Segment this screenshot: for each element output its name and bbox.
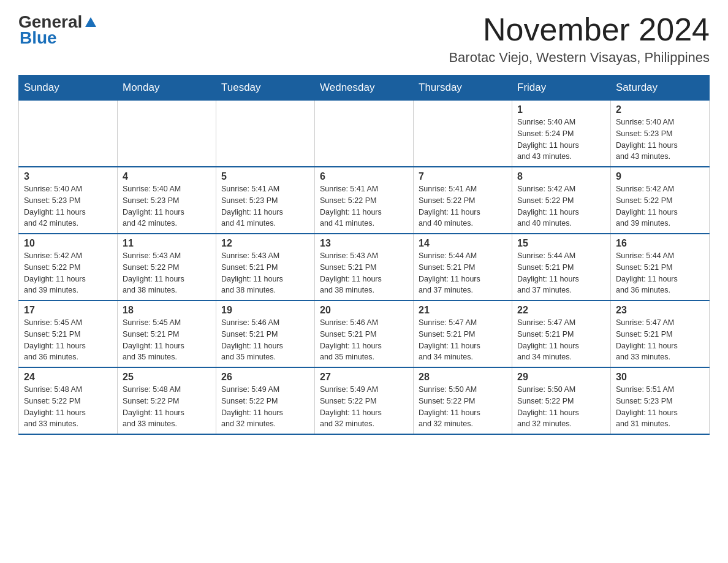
calendar-cell: 16Sunrise: 5:44 AMSunset: 5:21 PMDayligh… bbox=[611, 234, 710, 301]
day-info: Sunrise: 5:48 AMSunset: 5:22 PMDaylight:… bbox=[123, 384, 211, 430]
day-number: 24 bbox=[24, 372, 112, 383]
calendar-cell: 5Sunrise: 5:41 AMSunset: 5:23 PMDaylight… bbox=[216, 167, 315, 234]
day-info: Sunrise: 5:41 AMSunset: 5:22 PMDaylight:… bbox=[320, 183, 408, 229]
day-info: Sunrise: 5:49 AMSunset: 5:22 PMDaylight:… bbox=[320, 384, 408, 430]
day-info: Sunrise: 5:40 AMSunset: 5:23 PMDaylight:… bbox=[24, 183, 112, 229]
day-number: 25 bbox=[123, 372, 211, 383]
day-number: 27 bbox=[320, 372, 408, 383]
day-info: Sunrise: 5:44 AMSunset: 5:21 PMDaylight:… bbox=[616, 250, 704, 296]
calendar-cell: 13Sunrise: 5:43 AMSunset: 5:21 PMDayligh… bbox=[315, 234, 414, 301]
calendar-header: Sunday Monday Tuesday Wednesday Thursday… bbox=[19, 75, 710, 101]
day-info: Sunrise: 5:40 AMSunset: 5:24 PMDaylight:… bbox=[517, 117, 605, 163]
calendar-cell: 6Sunrise: 5:41 AMSunset: 5:22 PMDaylight… bbox=[315, 167, 414, 234]
day-number: 28 bbox=[419, 372, 507, 383]
calendar-cell: 9Sunrise: 5:42 AMSunset: 5:22 PMDaylight… bbox=[611, 167, 710, 234]
calendar-cell: 26Sunrise: 5:49 AMSunset: 5:22 PMDayligh… bbox=[216, 367, 315, 434]
calendar-week-4: 17Sunrise: 5:45 AMSunset: 5:21 PMDayligh… bbox=[19, 301, 710, 367]
day-info: Sunrise: 5:41 AMSunset: 5:23 PMDaylight:… bbox=[221, 183, 309, 229]
day-info: Sunrise: 5:50 AMSunset: 5:22 PMDaylight:… bbox=[419, 384, 507, 430]
header-wednesday: Wednesday bbox=[315, 75, 414, 101]
day-number: 29 bbox=[517, 372, 605, 383]
svg-marker-0 bbox=[85, 17, 96, 27]
day-info: Sunrise: 5:46 AMSunset: 5:21 PMDaylight:… bbox=[320, 317, 408, 363]
calendar-cell: 15Sunrise: 5:44 AMSunset: 5:21 PMDayligh… bbox=[512, 234, 611, 301]
day-info: Sunrise: 5:43 AMSunset: 5:21 PMDaylight:… bbox=[320, 250, 408, 296]
calendar-cell: 27Sunrise: 5:49 AMSunset: 5:22 PMDayligh… bbox=[315, 367, 414, 434]
day-info: Sunrise: 5:45 AMSunset: 5:21 PMDaylight:… bbox=[123, 317, 211, 363]
day-header-row: Sunday Monday Tuesday Wednesday Thursday… bbox=[19, 75, 710, 101]
day-info: Sunrise: 5:44 AMSunset: 5:21 PMDaylight:… bbox=[419, 250, 507, 296]
calendar-cell: 4Sunrise: 5:40 AMSunset: 5:23 PMDaylight… bbox=[118, 167, 216, 234]
day-info: Sunrise: 5:50 AMSunset: 5:22 PMDaylight:… bbox=[517, 384, 605, 430]
day-info: Sunrise: 5:49 AMSunset: 5:22 PMDaylight:… bbox=[221, 384, 309, 430]
calendar-cell bbox=[414, 101, 512, 167]
day-number: 11 bbox=[123, 238, 211, 249]
main-title: November 2024 bbox=[449, 12, 710, 47]
logo-blue-text: Blue bbox=[20, 28, 97, 48]
day-number: 10 bbox=[24, 238, 112, 249]
calendar-cell: 7Sunrise: 5:41 AMSunset: 5:22 PMDaylight… bbox=[414, 167, 512, 234]
calendar-cell: 14Sunrise: 5:44 AMSunset: 5:21 PMDayligh… bbox=[414, 234, 512, 301]
day-number: 8 bbox=[517, 171, 605, 182]
day-info: Sunrise: 5:42 AMSunset: 5:22 PMDaylight:… bbox=[616, 183, 704, 229]
header-monday: Monday bbox=[118, 75, 216, 101]
calendar-cell: 22Sunrise: 5:47 AMSunset: 5:21 PMDayligh… bbox=[512, 301, 611, 367]
calendar-week-3: 10Sunrise: 5:42 AMSunset: 5:22 PMDayligh… bbox=[19, 234, 710, 301]
calendar-cell: 30Sunrise: 5:51 AMSunset: 5:23 PMDayligh… bbox=[611, 367, 710, 434]
day-number: 1 bbox=[517, 104, 605, 115]
day-info: Sunrise: 5:45 AMSunset: 5:21 PMDaylight:… bbox=[24, 317, 112, 363]
day-number: 21 bbox=[419, 305, 507, 316]
day-info: Sunrise: 5:40 AMSunset: 5:23 PMDaylight:… bbox=[123, 183, 211, 229]
day-number: 4 bbox=[123, 171, 211, 182]
day-number: 30 bbox=[616, 372, 704, 383]
day-number: 6 bbox=[320, 171, 408, 182]
calendar-cell: 28Sunrise: 5:50 AMSunset: 5:22 PMDayligh… bbox=[414, 367, 512, 434]
calendar-table: Sunday Monday Tuesday Wednesday Thursday… bbox=[18, 75, 710, 435]
day-info: Sunrise: 5:43 AMSunset: 5:22 PMDaylight:… bbox=[123, 250, 211, 296]
header-sunday: Sunday bbox=[19, 75, 118, 101]
day-number: 17 bbox=[24, 305, 112, 316]
day-number: 18 bbox=[123, 305, 211, 316]
calendar-week-2: 3Sunrise: 5:40 AMSunset: 5:23 PMDaylight… bbox=[19, 167, 710, 234]
day-number: 16 bbox=[616, 238, 704, 249]
day-number: 7 bbox=[419, 171, 507, 182]
day-number: 22 bbox=[517, 305, 605, 316]
day-info: Sunrise: 5:47 AMSunset: 5:21 PMDaylight:… bbox=[517, 317, 605, 363]
day-info: Sunrise: 5:42 AMSunset: 5:22 PMDaylight:… bbox=[517, 183, 605, 229]
calendar-cell: 18Sunrise: 5:45 AMSunset: 5:21 PMDayligh… bbox=[118, 301, 216, 367]
calendar-cell: 10Sunrise: 5:42 AMSunset: 5:22 PMDayligh… bbox=[19, 234, 118, 301]
day-info: Sunrise: 5:40 AMSunset: 5:23 PMDaylight:… bbox=[616, 117, 704, 163]
calendar-cell: 8Sunrise: 5:42 AMSunset: 5:22 PMDaylight… bbox=[512, 167, 611, 234]
day-info: Sunrise: 5:47 AMSunset: 5:21 PMDaylight:… bbox=[419, 317, 507, 363]
day-info: Sunrise: 5:44 AMSunset: 5:21 PMDaylight:… bbox=[517, 250, 605, 296]
day-number: 3 bbox=[24, 171, 112, 182]
calendar-cell bbox=[315, 101, 414, 167]
calendar-week-5: 24Sunrise: 5:48 AMSunset: 5:22 PMDayligh… bbox=[19, 367, 710, 434]
day-number: 14 bbox=[419, 238, 507, 249]
calendar-cell: 12Sunrise: 5:43 AMSunset: 5:21 PMDayligh… bbox=[216, 234, 315, 301]
calendar-cell: 19Sunrise: 5:46 AMSunset: 5:21 PMDayligh… bbox=[216, 301, 315, 367]
header-thursday: Thursday bbox=[414, 75, 512, 101]
header-saturday: Saturday bbox=[611, 75, 710, 101]
location-subtitle: Barotac Viejo, Western Visayas, Philippi… bbox=[449, 50, 710, 66]
calendar-cell: 2Sunrise: 5:40 AMSunset: 5:23 PMDaylight… bbox=[611, 101, 710, 167]
day-info: Sunrise: 5:47 AMSunset: 5:21 PMDaylight:… bbox=[616, 317, 704, 363]
calendar-cell: 24Sunrise: 5:48 AMSunset: 5:22 PMDayligh… bbox=[19, 367, 118, 434]
calendar-cell: 29Sunrise: 5:50 AMSunset: 5:22 PMDayligh… bbox=[512, 367, 611, 434]
calendar-cell: 17Sunrise: 5:45 AMSunset: 5:21 PMDayligh… bbox=[19, 301, 118, 367]
logo: General Blue bbox=[18, 12, 97, 48]
calendar-cell: 1Sunrise: 5:40 AMSunset: 5:24 PMDaylight… bbox=[512, 101, 611, 167]
day-info: Sunrise: 5:42 AMSunset: 5:22 PMDaylight:… bbox=[24, 250, 112, 296]
day-info: Sunrise: 5:41 AMSunset: 5:22 PMDaylight:… bbox=[419, 183, 507, 229]
calendar-cell bbox=[216, 101, 315, 167]
calendar-cell: 21Sunrise: 5:47 AMSunset: 5:21 PMDayligh… bbox=[414, 301, 512, 367]
page-header: General Blue November 2024 Barotac Viejo… bbox=[18, 12, 710, 66]
day-number: 20 bbox=[320, 305, 408, 316]
calendar-cell: 3Sunrise: 5:40 AMSunset: 5:23 PMDaylight… bbox=[19, 167, 118, 234]
calendar-body: 1Sunrise: 5:40 AMSunset: 5:24 PMDaylight… bbox=[19, 101, 710, 435]
day-number: 13 bbox=[320, 238, 408, 249]
day-number: 2 bbox=[616, 104, 704, 115]
day-info: Sunrise: 5:48 AMSunset: 5:22 PMDaylight:… bbox=[24, 384, 112, 430]
day-number: 19 bbox=[221, 305, 309, 316]
day-number: 15 bbox=[517, 238, 605, 249]
